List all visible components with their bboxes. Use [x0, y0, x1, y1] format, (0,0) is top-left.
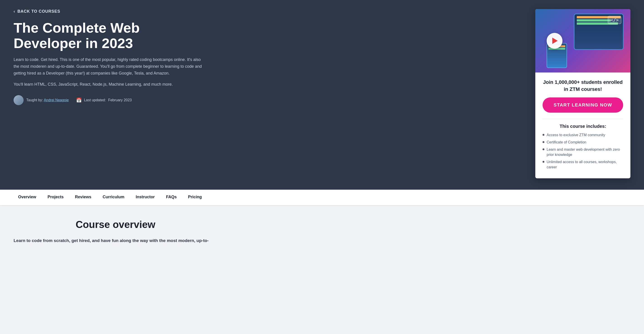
back-to-courses-link[interactable]: ‹ BACK TO COURSES: [14, 9, 208, 14]
start-learning-button[interactable]: START LEARNING NOW: [542, 97, 623, 113]
hero-section: ‹ BACK TO COURSES The Complete Web Devel…: [0, 0, 644, 190]
nav-tab-pricing[interactable]: Pricing: [184, 190, 206, 205]
nav-tabs: OverviewProjectsReviewsCurriculumInstruc…: [0, 190, 644, 205]
instructor-name-link[interactable]: Andrei Neagoie: [44, 98, 68, 102]
nav-tab-reviews[interactable]: Reviews: [70, 190, 96, 205]
course-description: Learn to code. Get hired. This is one of…: [14, 57, 204, 77]
enroll-text: Join 1,000,000+ students enrolled in ZTM…: [542, 79, 623, 93]
back-label: BACK TO COURSES: [18, 9, 60, 14]
calendar-icon: 📅: [76, 97, 82, 103]
nav-tab-faqs[interactable]: FAQs: [162, 190, 181, 205]
divider: [542, 119, 623, 119]
code-tag-decoration: </>: [608, 16, 621, 24]
nav-tab-instructor[interactable]: Instructor: [131, 190, 159, 205]
course-thumbnail: </>: [535, 9, 630, 73]
list-item: Certificate of Completion: [542, 140, 623, 145]
nav-tab-overview[interactable]: Overview: [14, 190, 41, 205]
main-content: Course overview Learn to code from scrat…: [0, 205, 644, 258]
avatar-image: [14, 95, 24, 105]
bullet-dot: [542, 141, 544, 143]
play-button[interactable]: [547, 33, 562, 49]
sidebar-content: Join 1,000,000+ students enrolled in ZTM…: [535, 73, 630, 178]
includes-list: Access to exclusive ZTM community Certif…: [542, 133, 623, 170]
instructor-text: Taught by: Andrei Neagoie: [26, 98, 69, 102]
screen-bar-green1: [577, 19, 611, 22]
avatar: [14, 95, 24, 105]
course-title: The Complete Web Developer in 2023: [14, 20, 208, 51]
instructor-label: Taught by:: [26, 98, 43, 102]
bullet-dot: [542, 134, 544, 136]
content-area: Course overview Learn to code from scrat…: [14, 205, 218, 258]
includes-title: This course includes:: [542, 124, 623, 129]
nav-tab-projects[interactable]: Projects: [43, 190, 68, 205]
course-tech: You'll learn HTML, CSS, JavaScript, Reac…: [14, 81, 208, 88]
updated-value: February 2023: [108, 98, 132, 102]
list-item: Learn and master web development with ze…: [542, 147, 623, 157]
bullet-dot: [542, 161, 544, 163]
bullet-dot: [542, 148, 544, 150]
instructor-info: Taught by: Andrei Neagoie: [14, 95, 69, 105]
chevron-left-icon: ‹: [14, 9, 15, 14]
sidebar-card: </> Join 1,000,000+ students enrolled in…: [535, 9, 630, 178]
list-item: Access to exclusive ZTM community: [542, 133, 623, 138]
nav-tab-curriculum[interactable]: Curriculum: [98, 190, 129, 205]
hero-meta: Taught by: Andrei Neagoie 📅 Last updated…: [14, 95, 208, 105]
section-body: Learn to code from scratch, get hired, a…: [14, 237, 218, 244]
list-item: Unlimited access to all courses, worksho…: [542, 160, 623, 170]
updated-label: Last updated:: [84, 98, 106, 102]
date-info: 📅 Last updated: February 2023: [76, 97, 132, 103]
hero-content: ‹ BACK TO COURSES The Complete Web Devel…: [14, 9, 218, 105]
section-title: Course overview: [14, 219, 218, 230]
play-icon: [552, 38, 558, 44]
